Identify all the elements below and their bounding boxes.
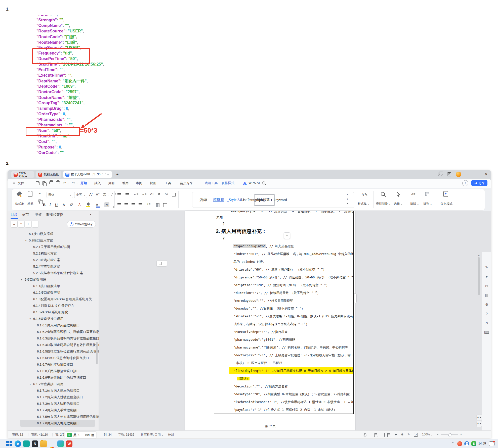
justify-icon[interactable]	[139, 203, 142, 204]
shrink-font-icon[interactable]: A−	[96, 192, 100, 196]
taskbar-app-n-icon[interactable]: N	[32, 440, 38, 447]
moon-icon[interactable]: ☾	[78, 433, 81, 437]
restore-button[interactable]	[475, 173, 478, 176]
eye-protection-icon[interactable]	[363, 433, 367, 436]
menu-item-table-tools[interactable]: 表格工具	[205, 181, 218, 185]
char-shading-button[interactable]: A	[104, 202, 109, 207]
taskbar-app-blue-icon[interactable]	[57, 440, 64, 447]
typeset-button[interactable]: 排版 ⌄	[407, 202, 422, 206]
align-right-icon[interactable]	[132, 203, 135, 204]
paste-icon[interactable]	[28, 191, 32, 197]
toc-item[interactable]: 5.2.4审查功能方案	[8, 263, 99, 270]
status-proofread[interactable]: 校对	[168, 433, 174, 437]
tray-clock[interactable]: 14:59	[478, 442, 486, 445]
toc-item[interactable]: 6.1.7.2传入病人过敏史信息接口	[8, 394, 99, 401]
outdent-icon[interactable]: ←≡	[134, 192, 138, 196]
toc-item[interactable]: 6.1.6.9美康健康助手信息查询接口	[8, 374, 99, 381]
menu-item-home[interactable]: 开始	[80, 181, 87, 185]
style-gallery-item[interactable]: _Style 34	[227, 192, 241, 208]
superscript-button[interactable]: X²	[70, 203, 73, 207]
toc-item[interactable]: 6.1.4判断 DLL 文件是否存在	[8, 303, 99, 309]
underline-button[interactable]: U	[55, 203, 58, 207]
menu-item-tools[interactable]: 工具	[165, 181, 171, 185]
file-menu[interactable]: 文件 ⌄	[18, 181, 27, 185]
toc-item[interactable]: 6.1.6.7关闭浮动窗口接口	[8, 361, 99, 368]
sidebar-tab-find-replace[interactable]: 查找和替换	[46, 213, 63, 217]
bold-button[interactable]: B	[43, 203, 46, 207]
next-page-button[interactable]: ▼▼	[476, 421, 482, 427]
right-rail-more-icon[interactable]: ⋯	[482, 340, 491, 344]
right-rail-refresh-icon[interactable]: ↻	[482, 321, 491, 325]
right-rail-pen-icon[interactable]: ✎	[482, 265, 491, 269]
text-effects-button[interactable]: A	[78, 203, 81, 207]
toc-item[interactable]: ▼5.2接口嵌入方案	[8, 237, 99, 244]
avatar[interactable]	[456, 172, 461, 177]
menu-item-membership[interactable]: 会员专享	[180, 181, 193, 185]
toc-item[interactable]: 6.1.6.4获取指定药品说明书有效性函数接口	[8, 342, 99, 348]
toc-item[interactable]: 6.1.7.6传入病人补充信息接口	[8, 420, 99, 427]
grow-font-icon[interactable]: A+	[89, 192, 93, 196]
close-button[interactable]: ×	[483, 171, 489, 177]
status-spellcheck[interactable]: 拼写检查: 关闭 ⌄	[141, 433, 163, 437]
char-scale-icon[interactable]: A↕	[150, 192, 154, 196]
arrange-button[interactable]: 排列 ⌄	[420, 202, 435, 206]
font-name-select[interactable]: 宋体⌄	[47, 192, 73, 198]
right-rail-card-icon[interactable]: ▤	[482, 293, 491, 297]
right-rail-cursor-icon[interactable]: ➤	[482, 275, 491, 279]
menu-item-review[interactable]: 审阅	[136, 181, 142, 185]
ime-language[interactable]: 英	[73, 433, 76, 437]
zoom-in-button[interactable]: +	[460, 433, 462, 436]
zoom-out-toc-button[interactable]: −	[32, 221, 39, 228]
indent-icon[interactable]: →≡	[142, 192, 146, 196]
toc-item[interactable]: 6.1.5PASS4 系统初始化	[8, 309, 99, 316]
tab-wps-home[interactable]: W WPS Office	[11, 171, 34, 178]
right-rail-keyboard-icon[interactable]: ⌨	[482, 330, 491, 334]
toc-item[interactable]: 5.2.3查询功能方案	[8, 257, 99, 263]
borders-icon[interactable]	[163, 203, 167, 207]
export-icon[interactable]	[42, 181, 46, 185]
page-view-widget[interactable]: ⌄	[156, 260, 167, 266]
collapse-arrow-icon[interactable]: ▼	[25, 237, 27, 244]
toc-item[interactable]: 6.1.6.3获取药品说明书内容有效性函数接口	[8, 335, 99, 342]
gallery-scroll-up-icon[interactable]: ▴	[347, 193, 348, 196]
gallery-scroll-down-icon[interactable]: ▾	[347, 198, 348, 200]
bullet-list-icon[interactable]	[117, 193, 121, 194]
page-view-icon[interactable]	[374, 433, 378, 437]
tray-expand-icon[interactable]: ⌃	[452, 441, 454, 445]
search-icon[interactable]	[262, 181, 266, 185]
highlight-pen-icon[interactable]	[86, 203, 90, 207]
sidebar-tab-bookmark[interactable]: 书签	[35, 213, 42, 217]
taskbar-file-explorer-icon[interactable]	[40, 440, 47, 447]
sogou-ime-icon[interactable]: S	[67, 433, 72, 437]
menu-item-insert[interactable]: 插入	[94, 181, 101, 185]
tray-person-icon[interactable]	[464, 441, 469, 446]
tab-active-document[interactable]: W 技术文档4-MK_JS_301 美康合	[63, 171, 112, 178]
minimize-button[interactable]: −	[465, 171, 471, 177]
line-spacing-icon[interactable]: ⇕≡	[146, 202, 150, 206]
workspace-box-icon[interactable]	[447, 172, 451, 176]
table-insert-button[interactable]: +	[284, 232, 290, 239]
ime-toolbar[interactable]: S 英 ☾ ’ ⌨ ▦	[65, 431, 96, 438]
save-icon[interactable]	[36, 181, 39, 185]
read-mode-icon[interactable]: ▶	[395, 433, 397, 436]
grid-panel-icon[interactable]: ▦	[91, 433, 94, 437]
style-gallery-item[interactable]: keyword	[274, 192, 287, 208]
add-view-icon[interactable]: ⊕	[401, 433, 403, 436]
taskbar-chrome-icon[interactable]	[49, 447, 55, 448]
toc-item[interactable]: 6.1.3配置调用 PASS4 合理用药系统开关	[8, 296, 99, 303]
full-screen-icon[interactable]: ↗	[414, 433, 418, 437]
format-painter-icon[interactable]	[17, 192, 21, 195]
taskbar-app-teal-icon[interactable]	[23, 440, 30, 447]
undo-icon[interactable]: ↶ ⌄	[63, 181, 69, 185]
toc-item[interactable]: 6.1.6.2查询药品说明书、浮动窗口重要信息 ...	[8, 329, 99, 335]
toc-item[interactable]: 6.1.7.3传入病人诊断信息接口	[8, 401, 99, 407]
toc-item[interactable]: 6.1.6.8关闭推荐剂量窗口接口	[8, 368, 99, 374]
menu-item-view[interactable]: 视图	[150, 181, 156, 185]
font-color-button[interactable]: A	[96, 203, 98, 207]
menu-item-reference[interactable]: 引用	[122, 181, 129, 185]
collapse-arrow-icon[interactable]: ▼	[29, 381, 31, 387]
paste-button[interactable]: 粘贴	[24, 202, 37, 206]
collapse-arrow-icon[interactable]: ▼	[29, 316, 31, 322]
print-icon[interactable]	[49, 180, 53, 184]
phonetic-guide-icon[interactable]: 文 ⌄	[103, 192, 109, 197]
